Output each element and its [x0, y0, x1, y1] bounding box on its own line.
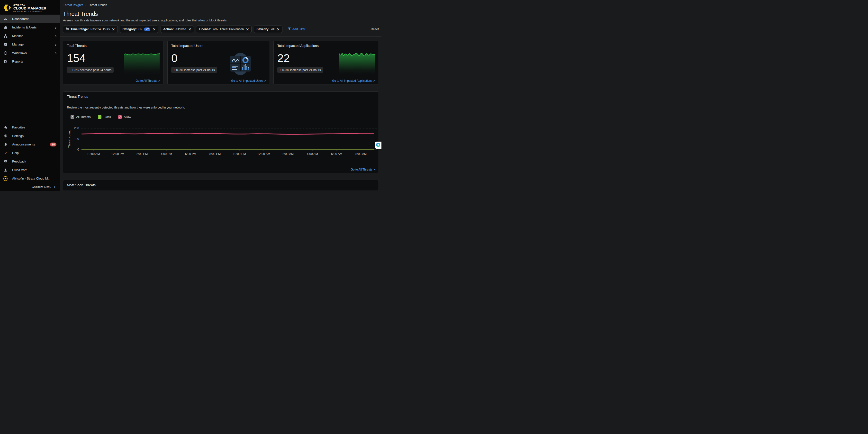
minimize-menu-button[interactable]: Minimize Menu ‹ — [0, 183, 60, 191]
card-title: Total Impacted Users — [167, 41, 270, 51]
go-to-all-impacted-applications-link[interactable]: Go to All Impacted Applications > — [332, 79, 375, 83]
sidebar-item-label: Settings — [12, 134, 56, 138]
ai-avatar: AI — [3, 177, 7, 181]
filter-chip-action[interactable]: Action: Allowed ✕ — [161, 26, 194, 33]
filter-chip-time-range[interactable]: Time Range: Past 24 Hours ✕ — [63, 26, 118, 33]
legend-label: Block — [104, 115, 111, 119]
announcements-count-badge: 65 — [50, 143, 56, 147]
logo-line2: CLOUD MANAGER — [13, 6, 46, 10]
svg-text:12:00 AM: 12:00 AM — [257, 152, 270, 156]
reset-filters-button[interactable]: Reset — [371, 28, 379, 31]
shield-check-icon — [3, 42, 7, 46]
legend-block-checkbox[interactable]: ✓ Block — [98, 115, 111, 119]
sidebar-item-manage[interactable]: Manage › — [0, 40, 60, 49]
sidebar-item-monitor[interactable]: Monitor › — [0, 32, 60, 40]
sidebar-item-tenant[interactable]: AI Alvisofin - Strata Cloud M... — [0, 174, 60, 183]
svg-text:4:00 PM: 4:00 PM — [161, 152, 172, 156]
go-to-all-impacted-users-link[interactable]: Go to All Impacted Users > — [231, 79, 266, 83]
minimize-menu-label: Minimize Menu — [32, 185, 51, 188]
calendar-icon — [66, 27, 69, 31]
chevron-right-icon: › — [55, 34, 56, 38]
sidebar-item-label: Incidents & Alerts — [12, 26, 55, 29]
filter-chip-value: Allowed — [176, 28, 186, 31]
section-description: Review the most recently detected threat… — [67, 106, 378, 110]
trend-down-arrow-icon: ↓ — [69, 68, 71, 72]
sidebar-item-announcements[interactable]: Announcements 65 — [0, 140, 60, 149]
checkbox-checked-icon: ✓ — [70, 115, 74, 119]
trend-text: 0.0% increase past 24 hours — [282, 68, 321, 72]
svg-text:10:00 AM: 10:00 AM — [87, 152, 100, 156]
sidebar-item-help[interactable]: ? Help — [0, 149, 60, 157]
app-logo[interactable]: STRATA CLOUD MANAGER BY PALO ALTO NETWOR… — [0, 0, 60, 14]
breadcrumb: Threat Insights › Threat Trends — [63, 3, 379, 7]
filter-chip-category[interactable]: Category: C2 +2 ✕ — [120, 26, 158, 33]
legend-allow-checkbox[interactable]: ✓ Allow — [118, 115, 131, 119]
summary-cards-row: Total Threats 154 ↓ 1.3% decrease past 2… — [63, 41, 379, 85]
legend-label: All Threats — [76, 115, 91, 119]
breadcrumb-threat-insights[interactable]: Threat Insights — [63, 3, 83, 7]
total-impacted-users-value: 0 — [171, 51, 178, 65]
svg-text:2:00 PM: 2:00 PM — [136, 152, 148, 156]
ai-assistant-button[interactable] — [375, 142, 381, 149]
add-filter-label: Add Filter — [292, 28, 306, 31]
sidebar-item-favorites[interactable]: Favorites — [0, 123, 60, 132]
filter-chip-value: C2 — [138, 28, 142, 31]
go-to-all-threats-link[interactable]: Go to All Threats > — [136, 79, 160, 83]
trend-text: 0.0% increase past 24 hours — [176, 68, 215, 72]
card-title: Total Threats — [63, 41, 163, 51]
section-title: Most Seen Threats — [63, 180, 378, 190]
svg-text:200: 200 — [74, 126, 79, 130]
trend-up-arrow-icon: ↑ — [280, 68, 281, 72]
sidebar-item-reports[interactable]: Reports — [0, 57, 60, 66]
sidebar-item-label: Favorites — [12, 126, 56, 129]
svg-text:6:00 AM: 6:00 AM — [331, 152, 342, 156]
filter-chip-severity[interactable]: Severity: All ✕ — [254, 26, 282, 33]
close-icon[interactable]: ✕ — [188, 28, 191, 31]
sidebar-item-dashboards[interactable]: Dashboards — [0, 14, 60, 23]
legend-all-threats-checkbox[interactable]: ✓ All Threats — [70, 115, 91, 119]
tenant-name: Alvisofin - Strata Cloud M... — [12, 177, 56, 180]
applications-sparkline-chart — [339, 50, 375, 75]
filter-chip-label: Action: — [163, 28, 174, 31]
svg-text:8:00 AM: 8:00 AM — [355, 152, 367, 156]
gear-icon — [3, 134, 7, 138]
chevron-right-icon: › — [55, 42, 56, 47]
chevron-right-icon: › — [55, 51, 56, 55]
close-icon[interactable]: ✕ — [153, 28, 156, 31]
logo-line3: BY PALO ALTO NETWORKS — [13, 10, 46, 12]
go-to-all-threats-link[interactable]: Go to All Threats > — [351, 168, 375, 171]
sidebar-item-label: Manage — [12, 42, 55, 46]
filter-chip-value: Past 24 Hours — [91, 28, 110, 31]
card-body: 22 ↑ 0.0% increase past 24 hours — [274, 51, 378, 77]
total-impacted-applications-value: 22 — [277, 51, 290, 65]
svg-text:12:00 PM: 12:00 PM — [111, 152, 124, 156]
content-area: Total Threats 154 ↓ 1.3% decrease past 2… — [60, 36, 381, 191]
close-icon[interactable]: ✕ — [246, 28, 249, 31]
add-filter-button[interactable]: Add Filter — [287, 27, 306, 31]
sidebar-item-incidents-alerts[interactable]: Incidents & Alerts › — [0, 23, 60, 32]
svg-text:Threat count: Threat count — [68, 130, 71, 148]
total-impacted-applications-card: Total Impacted Applications 22 ↑ 0.0% in… — [273, 41, 379, 85]
filter-chip-value: All — [271, 28, 274, 31]
sidebar-item-workflows[interactable]: Workflows › — [0, 49, 60, 57]
close-icon[interactable]: ✕ — [277, 28, 280, 31]
trend-up-arrow-icon: ↑ — [174, 68, 175, 72]
svg-text:4:00 AM: 4:00 AM — [307, 152, 318, 156]
close-icon[interactable]: ✕ — [112, 28, 115, 31]
sidebar-item-user-profile[interactable]: Olivia Vort — [0, 166, 60, 174]
feedback-icon — [3, 160, 7, 163]
trend-badge: ↓ 1.3% decrease past 24 hours — [67, 67, 114, 73]
trend-badge: ↑ 0.0% increase past 24 hours — [171, 67, 217, 73]
chevron-right-icon: › — [55, 25, 56, 30]
threat-trends-chart-card: Threat Trends Review the most recently d… — [63, 91, 379, 173]
filter-chip-license[interactable]: License: Adv. Threat Prevention ✕ — [196, 26, 252, 33]
sidebar-item-feedback[interactable]: Feedback — [0, 157, 60, 166]
sidebar-item-settings[interactable]: Settings — [0, 132, 60, 140]
user-name: Olivia Vort — [12, 168, 56, 172]
card-body: 0 ↑ 0.0% increase past 24 hours — [167, 51, 270, 77]
total-threats-card: Total Threats 154 ↓ 1.3% decrease past 2… — [63, 41, 164, 85]
line-chart-svg: 0100200Threat count10:00 AM12:00 PM2:00 … — [66, 121, 378, 157]
most-seen-threats-card: Most Seen Threats — [63, 180, 379, 191]
alarm-icon — [3, 26, 7, 29]
question-icon: ? — [3, 151, 7, 155]
